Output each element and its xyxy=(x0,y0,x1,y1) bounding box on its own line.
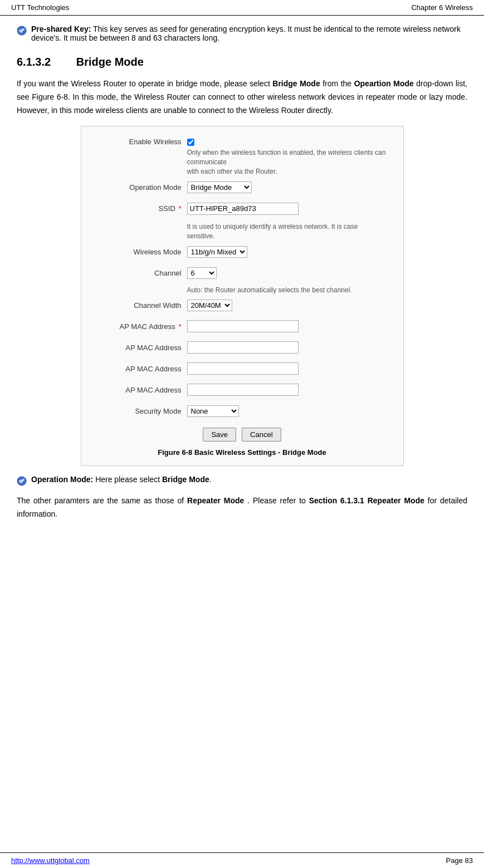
channel-width-select[interactable]: 20M/40M 20M xyxy=(187,300,232,311)
operation-mode-select[interactable]: Bridge Mode AP Mode Repeater Mode Lazy M… xyxy=(187,182,252,193)
ssid-hint: It is used to uniquely identify a wirele… xyxy=(187,222,387,241)
ap-mac-2-input[interactable] xyxy=(187,341,299,354)
footer-link[interactable]: http://www.uttglobal.com xyxy=(11,856,90,865)
section-heading: 6.1.3.2 Bridge Mode xyxy=(17,56,467,68)
security-mode-label: Security Mode xyxy=(98,407,187,415)
figure-box: Enable Wireless Only when the wireless f… xyxy=(81,126,404,466)
svg-point-2 xyxy=(17,477,26,486)
ap-mac-3-label: AP MAC Address xyxy=(98,365,187,373)
button-row: Save Cancel xyxy=(98,428,387,442)
security-mode-row: Security Mode None WEP WPA-PSK WPA2-PSK xyxy=(98,403,387,419)
pre-shared-key-section: Pre-shared Key: This key serves as seed … xyxy=(17,24,467,42)
svg-point-0 xyxy=(17,26,26,35)
page-footer: http://www.uttglobal.com Page 83 xyxy=(0,852,484,868)
page-header: UTT Technologies Chapter 6 Wireless xyxy=(0,0,484,16)
main-content: Pre-shared Key: This key serves as seed … xyxy=(0,16,484,563)
ap-mac-1-input[interactable] xyxy=(187,320,299,332)
operation-mode-note: Operation Mode: Here please select Bridg… xyxy=(17,475,467,488)
channel-width-label: Channel Width xyxy=(98,301,187,310)
wireless-mode-select[interactable]: 11b/g/n Mixed 11b Only 11g Only 11n Only xyxy=(187,246,247,258)
security-mode-select[interactable]: None WEP WPA-PSK WPA2-PSK xyxy=(187,405,239,417)
enable-wireless-checkbox[interactable] xyxy=(187,139,194,146)
ap-mac-4-row: AP MAC Address xyxy=(98,382,387,398)
enable-wireless-label: Enable Wireless xyxy=(98,138,187,146)
channel-label: Channel xyxy=(98,269,187,277)
operation-mode-label: Operation Mode xyxy=(98,183,187,192)
operation-mode-text: Operation Mode: Here please select Bridg… xyxy=(31,475,212,484)
enable-wireless-row: Enable Wireless xyxy=(98,138,387,146)
pre-shared-key-label: Pre-shared Key: xyxy=(31,24,91,33)
figure-caption: Figure 6-8 Basic Wireless Settings - Bri… xyxy=(98,448,387,457)
footer-right: Page 83 xyxy=(446,856,473,865)
wireless-mode-row: Wireless Mode 11b/g/n Mixed 11b Only 11g… xyxy=(98,244,387,259)
channel-width-row: Channel Width 20M/40M 20M xyxy=(98,297,387,313)
ssid-row: SSID * xyxy=(98,201,387,217)
ap-mac-1-required: * xyxy=(178,322,181,331)
bottom-paragraph: The other paramters are the same as thos… xyxy=(17,494,467,521)
bridge-mode-bold: Bridge Mode xyxy=(162,475,209,484)
channel-row: Channel Auto 1 2 3 4 5 6 7 8 9 10 11 xyxy=(98,265,387,281)
ap-mac-3-row: AP MAC Address xyxy=(98,361,387,376)
cancel-button[interactable]: Cancel xyxy=(242,428,281,442)
section-ref-bold: Section 6.1.3.1 Repeater Mode xyxy=(309,496,424,505)
repeater-mode-bold: Repeater Mode xyxy=(187,496,244,505)
enable-wireless-hint: Only when the wireless function is enabl… xyxy=(187,148,387,176)
operation-mode-section: Operation Mode: Here please select Bridg… xyxy=(17,475,467,488)
header-right: Chapter 6 Wireless xyxy=(411,3,473,12)
header-left: UTT Technologies xyxy=(11,3,69,12)
pre-shared-key-text: Pre-shared Key: This key serves as seed … xyxy=(31,24,467,42)
intro-paragraph: If you want the Wireless Router to opera… xyxy=(17,77,467,117)
ap-mac-2-label: AP MAC Address xyxy=(98,344,187,352)
bullet-icon-2 xyxy=(17,476,27,488)
operation-mode-row: Operation Mode Bridge Mode AP Mode Repea… xyxy=(98,180,387,195)
channel-select[interactable]: Auto 1 2 3 4 5 6 7 8 9 10 11 xyxy=(187,267,217,279)
operation-mode-note-label: Operation Mode: xyxy=(31,475,93,484)
ssid-input[interactable] xyxy=(187,203,299,215)
ap-mac-4-label: AP MAC Address xyxy=(98,386,187,394)
wireless-mode-label: Wireless Mode xyxy=(98,248,187,256)
ap-mac-1-label: AP MAC Address * xyxy=(98,322,187,331)
bullet-icon xyxy=(17,26,27,36)
ap-mac-4-input[interactable] xyxy=(187,384,299,396)
ssid-label: SSID * xyxy=(98,204,187,213)
ap-mac-2-row: AP MAC Address xyxy=(98,340,387,355)
ap-mac-3-input[interactable] xyxy=(187,362,299,375)
channel-hint: Auto: the Router automatically selects t… xyxy=(187,286,387,294)
save-button[interactable]: Save xyxy=(203,428,236,442)
ssid-required: * xyxy=(178,204,181,213)
ap-mac-1-row: AP MAC Address * xyxy=(98,318,387,334)
